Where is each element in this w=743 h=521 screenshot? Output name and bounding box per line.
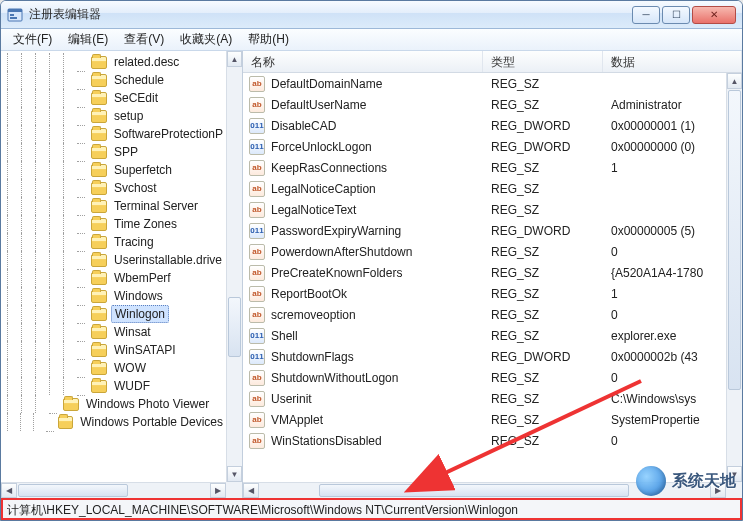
value-row[interactable]: 011PasswordExpiryWarningREG_DWORD0x00000… [243,220,726,241]
string-value-icon: ab [249,370,265,386]
menu-favorites[interactable]: 收藏夹(A) [172,29,240,50]
value-row[interactable]: abLegalNoticeTextREG_SZ [243,199,726,220]
value-row[interactable]: abVMAppletREG_SZSystemPropertie [243,409,726,430]
value-row[interactable]: abUserinitREG_SZC:\Windows\sys [243,388,726,409]
value-data: 0 [603,245,726,259]
value-row[interactable]: abDefaultDomainNameREG_SZ [243,73,726,94]
app-icon [7,7,23,23]
tree-horizontal-scrollbar[interactable]: ◀ ▶ [1,482,226,498]
maximize-button[interactable]: ☐ [662,6,690,24]
tree-item[interactable]: WOW [7,359,226,377]
tree-item-label: Userinstallable.drive [111,252,225,268]
folder-icon [91,200,107,213]
binary-value-icon: 011 [249,223,265,239]
value-name: PowerdownAfterShutdown [271,245,412,259]
value-name: PreCreateKnownFolders [271,266,402,280]
value-row[interactable]: abKeepRasConnectionsREG_SZ1 [243,157,726,178]
folder-icon [91,128,107,141]
tree-item[interactable]: setup [7,107,226,125]
column-name[interactable]: 名称 [243,51,483,72]
list-vertical-scrollbar[interactable]: ▲ ▼ [726,73,742,482]
tree-item[interactable]: WbemPerf [7,269,226,287]
value-row[interactable]: 011ForceUnlockLogonREG_DWORD0x00000000 (… [243,136,726,157]
window-title: 注册表编辑器 [29,6,632,23]
tree-item[interactable]: WinSATAPI [7,341,226,359]
value-row[interactable]: abWinStationsDisabledREG_SZ0 [243,430,726,451]
value-data: Administrator [603,98,726,112]
titlebar[interactable]: 注册表编辑器 ─ ☐ ✕ [1,1,742,29]
tree-item[interactable]: SoftwareProtectionP [7,125,226,143]
scroll-down-button[interactable]: ▼ [227,466,242,482]
string-value-icon: ab [249,97,265,113]
menu-help[interactable]: 帮助(H) [240,29,297,50]
value-data: 0 [603,308,726,322]
tree-item-label: WUDF [111,378,153,394]
column-type[interactable]: 类型 [483,51,603,72]
tree-item[interactable]: Terminal Server [7,197,226,215]
value-row[interactable]: abShutdownWithoutLogonREG_SZ0 [243,367,726,388]
tree-item[interactable]: Windows [7,287,226,305]
scroll-thumb[interactable] [728,90,741,390]
scroll-left-button[interactable]: ◀ [243,483,259,498]
tree-item[interactable]: Windows Portable Devices [7,413,226,431]
value-row[interactable]: abPreCreateKnownFoldersREG_SZ{A520A1A4-1… [243,262,726,283]
folder-icon [91,326,107,339]
tree-item[interactable]: SeCEdit [7,89,226,107]
tree-item-label: Winlogon [111,305,169,323]
value-row[interactable]: abLegalNoticeCaptionREG_SZ [243,178,726,199]
tree-item[interactable]: Windows Photo Viewer [7,395,226,413]
value-type: REG_DWORD [483,350,603,364]
column-data[interactable]: 数据 [603,51,742,72]
tree-item[interactable]: Tracing [7,233,226,251]
list-header[interactable]: 名称 类型 数据 [243,51,742,73]
menu-edit[interactable]: 编辑(E) [60,29,116,50]
value-row[interactable]: 011DisableCADREG_DWORD0x00000001 (1) [243,115,726,136]
tree-item[interactable]: Winlogon [7,305,226,323]
folder-icon [91,380,107,393]
tree-item-label: SoftwareProtectionP [111,126,226,142]
watermark: 系统天地 [636,466,736,496]
menu-file[interactable]: 文件(F) [5,29,60,50]
minimize-button[interactable]: ─ [632,6,660,24]
tree-item[interactable]: Superfetch [7,161,226,179]
value-type: REG_SZ [483,434,603,448]
scroll-right-button[interactable]: ▶ [210,483,226,498]
value-row[interactable]: abDefaultUserNameREG_SZAdministrator [243,94,726,115]
tree-item[interactable]: Schedule [7,71,226,89]
value-row[interactable]: 011ShutdownFlagsREG_DWORD0x0000002b (43 [243,346,726,367]
value-list[interactable]: abDefaultDomainNameREG_SZabDefaultUserNa… [243,73,726,482]
scroll-up-button[interactable]: ▲ [727,73,742,89]
value-type: REG_SZ [483,266,603,280]
tree-item-label: WinSATAPI [111,342,179,358]
tree-item[interactable]: SPP [7,143,226,161]
registry-tree[interactable]: related.descScheduleSeCEditsetupSoftware… [1,51,226,482]
value-type: REG_SZ [483,287,603,301]
scroll-thumb[interactable] [18,484,128,497]
tree-item[interactable]: Winsat [7,323,226,341]
folder-icon [91,272,107,285]
value-data: 0 [603,434,726,448]
tree-item[interactable]: Userinstallable.drive [7,251,226,269]
value-row[interactable]: abPowerdownAfterShutdownREG_SZ0 [243,241,726,262]
value-type: REG_SZ [483,161,603,175]
scroll-thumb[interactable] [228,297,241,357]
scroll-thumb[interactable] [319,484,629,497]
tree-item[interactable]: Svchost [7,179,226,197]
tree-item-label: WOW [111,360,149,376]
value-data: explorer.exe [603,329,726,343]
close-button[interactable]: ✕ [692,6,736,24]
scroll-corner [226,482,242,498]
value-row[interactable]: 011ShellREG_SZexplorer.exe [243,325,726,346]
value-row[interactable]: abReportBootOkREG_SZ1 [243,283,726,304]
scroll-left-button[interactable]: ◀ [1,483,17,498]
value-row[interactable]: abscremoveoptionREG_SZ0 [243,304,726,325]
value-name: WinStationsDisabled [271,434,382,448]
folder-icon [91,74,107,87]
menu-view[interactable]: 查看(V) [116,29,172,50]
tree-item[interactable]: Time Zones [7,215,226,233]
tree-item-label: Superfetch [111,162,175,178]
tree-item[interactable]: related.desc [7,53,226,71]
tree-item[interactable]: WUDF [7,377,226,395]
tree-vertical-scrollbar[interactable]: ▲ ▼ [226,51,242,482]
scroll-up-button[interactable]: ▲ [227,51,242,67]
